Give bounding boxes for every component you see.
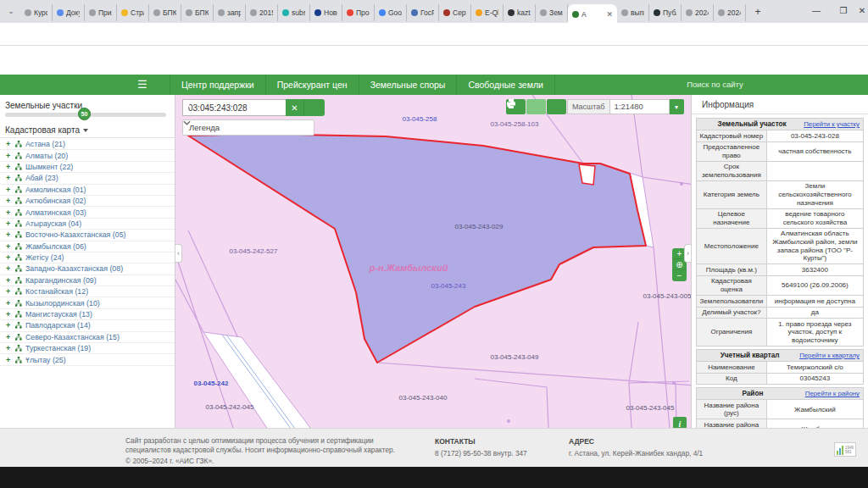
sidebar-region-item[interactable]: +Северо-Казахстанская (15): [0, 332, 175, 343]
sidebar-title: Земельные участки: [5, 101, 82, 110]
browser-tab[interactable]: subsi: [278, 4, 310, 21]
goto-link[interactable]: Перейти к участку: [804, 120, 860, 128]
expand-plus-icon[interactable]: +: [6, 230, 12, 239]
cadastre-search-input[interactable]: [182, 99, 286, 116]
browser-tab[interactable]: Прос: [342, 4, 375, 21]
browser-tab[interactable]: Стра: [117, 4, 149, 21]
browser-tab[interactable]: ГосР: [407, 4, 439, 21]
browser-tab[interactable]: 2015: [246, 4, 278, 21]
browser-tab[interactable]: 2024: [682, 4, 714, 21]
draw-tool-button[interactable]: [526, 99, 546, 114]
sidebar-region-item[interactable]: +Карагандинская (09): [0, 275, 175, 286]
browser-tab[interactable]: выпи: [617, 4, 649, 21]
browser-tab[interactable]: Goog: [375, 4, 407, 21]
sidebar-region-item[interactable]: +Павлодарская (14): [0, 320, 175, 331]
expand-plus-icon[interactable]: +: [6, 197, 12, 205]
browser-tab[interactable]: Новс: [310, 4, 342, 21]
browser-tab[interactable]: Публ: [649, 4, 682, 21]
browser-tab[interactable]: 2024: [714, 4, 746, 21]
expand-plus-icon[interactable]: +: [6, 356, 12, 364]
browser-tab[interactable]: Прил: [85, 4, 117, 21]
new-tab-button[interactable]: +: [751, 6, 765, 19]
sidebar-region-item[interactable]: +Акмолинская (01): [0, 185, 175, 196]
field-value: 03-045-243-028: [766, 130, 863, 142]
expand-plus-icon[interactable]: +: [6, 321, 12, 330]
tab-search-chevron-icon[interactable]: ⌄: [5, 6, 17, 18]
nav-item[interactable]: Земельные споры: [359, 75, 458, 95]
nav-item[interactable]: Свободные земли: [457, 75, 554, 95]
cadastre-map-canvas[interactable]: 03-045-25803-045-258-10303-045-243-029р-…: [175, 95, 691, 428]
expand-plus-icon[interactable]: +: [6, 174, 12, 182]
expand-plus-icon[interactable]: +: [6, 140, 12, 148]
zoom-out-button[interactable]: −: [672, 270, 687, 281]
scale-dropdown-icon[interactable]: ▾: [670, 99, 684, 114]
window-close-button[interactable]: ✕: [848, 0, 868, 22]
sidebar-region-item[interactable]: +Актюбинская (02): [0, 196, 175, 207]
clear-search-icon[interactable]: ✕: [286, 99, 304, 116]
goto-link[interactable]: Перейти к району: [805, 390, 860, 397]
collapse-sidebar-handle[interactable]: ‹: [175, 244, 182, 263]
browser-tab[interactable]: БПК-: [181, 4, 214, 21]
browser-tab[interactable]: БПК-: [149, 4, 181, 21]
visitor-counter-badge[interactable]: 1949581: [834, 442, 856, 457]
browser-tab[interactable]: запр: [214, 4, 246, 21]
sidebar-region-item[interactable]: +Астана (21): [0, 139, 175, 150]
expand-plus-icon[interactable]: +: [6, 310, 12, 319]
nav-item[interactable]: Центр поддержки: [170, 75, 266, 95]
sidebar-region-item[interactable]: +Восточно-Казахстанская (05): [0, 230, 175, 241]
sidebar-region-item[interactable]: +Алматы (20): [0, 150, 175, 161]
browser-tab[interactable]: Доку: [53, 4, 85, 21]
legend-dropdown[interactable]: Легенда: [182, 119, 314, 136]
tab-favicon: [121, 9, 128, 16]
collapse-infopanel-handle[interactable]: ›: [684, 244, 691, 263]
expand-plus-icon[interactable]: +: [6, 253, 12, 262]
expand-plus-icon[interactable]: +: [6, 163, 12, 171]
window-minimize-button[interactable]: —: [802, 0, 831, 22]
expand-plus-icon[interactable]: +: [6, 152, 12, 160]
print-button[interactable]: [547, 99, 566, 114]
expand-plus-icon[interactable]: +: [6, 344, 12, 352]
expand-plus-icon[interactable]: +: [6, 242, 12, 251]
expand-plus-icon[interactable]: +: [6, 219, 12, 228]
expand-plus-icon[interactable]: +: [6, 276, 12, 285]
scale-value-input[interactable]: 1:21480: [610, 99, 670, 114]
browser-tab[interactable]: Земл: [536, 4, 568, 21]
browser-tab[interactable]: E-Ql: [471, 4, 504, 21]
layer-tree-icon: [15, 220, 22, 227]
menu-hamburger-icon[interactable]: ☰: [137, 78, 147, 91]
expand-plus-icon[interactable]: +: [6, 208, 12, 217]
expand-plus-icon[interactable]: +: [6, 333, 12, 341]
nav-item[interactable]: Прейскурант цен: [266, 75, 359, 95]
browser-tab[interactable]: Курс: [20, 4, 53, 21]
opacity-slider-knob[interactable]: 50: [78, 108, 91, 120]
search-icon[interactable]: [304, 99, 325, 116]
sidebar-region-item[interactable]: +Кызылординская (10): [0, 297, 175, 308]
layer-tree-icon: [15, 311, 22, 318]
sidebar-region-item[interactable]: +Костанайская (12): [0, 286, 175, 297]
expand-plus-icon[interactable]: +: [6, 264, 12, 273]
site-search-link[interactable]: Поиск по сайту: [562, 75, 868, 95]
expand-plus-icon[interactable]: +: [6, 287, 12, 296]
sidebar-region-item[interactable]: +Шымкент (22): [0, 162, 175, 173]
table-row: Делимый участок?да: [697, 307, 864, 319]
expand-plus-icon[interactable]: +: [6, 299, 12, 308]
goto-link[interactable]: Перейти к кварталу: [799, 352, 860, 359]
sidebar-region-item[interactable]: +Жамбылская (06): [0, 241, 175, 252]
tab-close-icon[interactable]: ✕: [606, 10, 613, 19]
sidebar-region-item[interactable]: +Жетісу (24): [0, 252, 175, 263]
region-label: Восточно-Казахстанская (05): [25, 230, 125, 239]
browser-tab[interactable]: Серв: [439, 4, 471, 21]
cadastre-map-section-header[interactable]: Кадастровая карта: [5, 125, 88, 135]
sidebar-region-item[interactable]: +Туркестанская (19): [0, 343, 175, 354]
sidebar-region-item[interactable]: +Ұлытау (25): [0, 354, 175, 365]
sidebar-region-item[interactable]: +Мангистауская (13): [0, 309, 175, 320]
browser-tab-active[interactable]: А✕: [568, 4, 617, 25]
sidebar-region-item[interactable]: +Алматинская (03): [0, 207, 175, 218]
sidebar-region-item[interactable]: +Абай (23): [0, 173, 175, 184]
sidebar-region-item[interactable]: +Западно-Казахстанская (08): [0, 263, 175, 274]
map-info-button[interactable]: i: [673, 417, 687, 428]
sidebar-region-item[interactable]: +Атырауская (04): [0, 219, 175, 230]
region-label: Алматинская (03): [25, 208, 86, 217]
browser-tab[interactable]: kazt: [504, 4, 536, 21]
expand-plus-icon[interactable]: +: [6, 186, 12, 194]
